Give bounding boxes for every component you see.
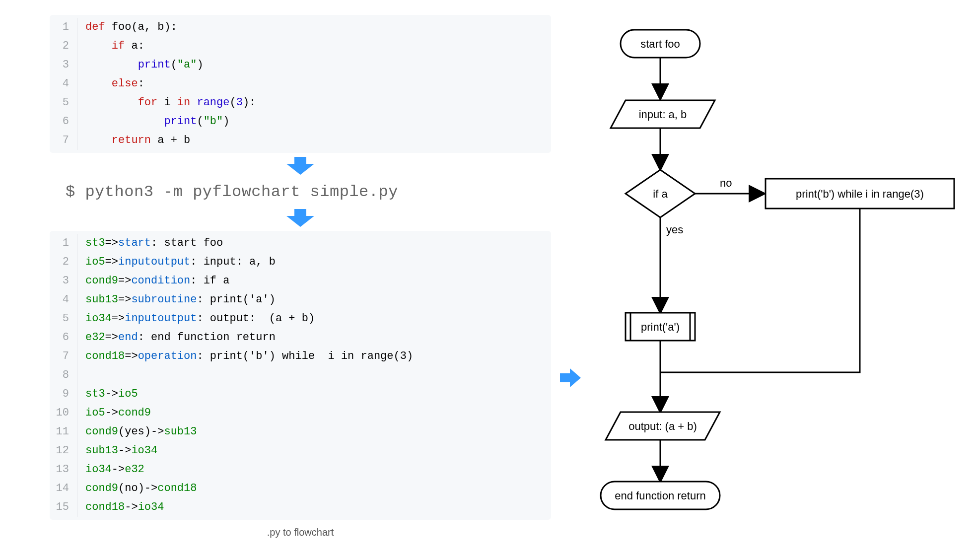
code-content: st3=>start: start foo: [77, 234, 223, 253]
code-line: 4 else:: [50, 74, 551, 93]
code-content: sub13->io34: [77, 441, 157, 460]
line-number: 4: [50, 290, 77, 309]
flowchart-diagram: start foo input: a, b if a no print('b')…: [571, 15, 968, 541]
code-content: e32=>end: end function return: [77, 328, 276, 347]
fc-input-label: input: a, b: [639, 108, 687, 121]
code-content: cond9(no)->cond18: [77, 479, 197, 498]
code-line: 7 return a + b: [50, 131, 551, 150]
fc-cond-label: if a: [653, 188, 668, 200]
code-line: 3 print("a"): [50, 56, 551, 74]
code-line: 3cond9=>condition: if a: [50, 272, 551, 290]
line-number: 13: [50, 460, 77, 479]
code-content: st3->io5: [77, 385, 138, 404]
svg-marker-0: [286, 157, 314, 175]
fc-start-label: start foo: [640, 38, 680, 50]
line-number: 10: [50, 404, 77, 422]
code-content: print("b"): [77, 112, 229, 131]
code-line: 13io34->e32: [50, 460, 551, 479]
code-line: 4sub13=>subroutine: print('a'): [50, 290, 551, 309]
line-number: 5: [50, 93, 77, 112]
line-number: 3: [50, 272, 77, 290]
code-content: return a + b: [77, 131, 190, 150]
code-line: 5io34=>inputoutput: output: (a + b): [50, 309, 551, 328]
code-line: 14cond9(no)->cond18: [50, 479, 551, 498]
code-content: cond9=>condition: if a: [77, 272, 229, 290]
fc-sub-label: print('a'): [641, 321, 680, 333]
line-number: 2: [50, 253, 77, 272]
code-line: 8: [50, 366, 551, 385]
line-number: 8: [50, 366, 77, 385]
code-content: cond9(yes)->sub13: [77, 422, 197, 441]
code-content: for i in range(3):: [77, 93, 256, 112]
line-number: 9: [50, 385, 77, 404]
line-number: 7: [50, 347, 77, 366]
line-number: 5: [50, 309, 77, 328]
fc-output-label: output: (a + b): [628, 420, 697, 432]
line-number: 15: [50, 498, 77, 517]
code-line: 2io5=>inputoutput: input: a, b: [50, 253, 551, 272]
caption: .py to flowchart: [50, 527, 551, 538]
line-number: 3: [50, 56, 77, 74]
code-line: 11cond9(yes)->sub13: [50, 422, 551, 441]
fc-loopop-label: print('b') while i in range(3): [796, 188, 924, 200]
source-code-block: 1def foo(a, b):2 if a:3 print("a")4 else…: [50, 15, 551, 153]
code-line: 9st3->io5: [50, 385, 551, 404]
code-content: io5=>inputoutput: input: a, b: [77, 253, 276, 272]
code-line: 2 if a:: [50, 37, 551, 56]
line-number: 1: [50, 18, 77, 37]
code-content: if a:: [77, 37, 144, 56]
code-line: 7cond18=>operation: print('b') while i i…: [50, 347, 551, 366]
code-content: cond18=>operation: print('b') while i in…: [77, 347, 413, 366]
line-number: 2: [50, 37, 77, 56]
line-number: 4: [50, 74, 77, 93]
line-number: 11: [50, 422, 77, 441]
code-line: 6e32=>end: end function return: [50, 328, 551, 347]
code-content: else:: [77, 74, 144, 93]
code-line: 15cond18->io34: [50, 498, 551, 517]
fc-yes-label: yes: [666, 223, 683, 236]
line-number: 1: [50, 234, 77, 253]
code-content: def foo(a, b):: [77, 18, 177, 37]
line-number: 6: [50, 328, 77, 347]
line-number: 14: [50, 479, 77, 498]
code-line: 6 print("b"): [50, 112, 551, 131]
fc-end-label: end function return: [615, 490, 705, 502]
code-content: cond18->io34: [77, 498, 164, 517]
arrow-down-icon: [286, 157, 314, 175]
svg-marker-1: [286, 209, 314, 227]
line-number: 7: [50, 131, 77, 150]
arrow-down-icon: [286, 209, 314, 227]
code-line: 1st3=>start: start foo: [50, 234, 551, 253]
code-content: sub13=>subroutine: print('a'): [77, 290, 276, 309]
line-number: 12: [50, 441, 77, 460]
fc-no-label: no: [720, 177, 732, 189]
code-content: io34->e32: [77, 460, 144, 479]
code-content: io34=>inputoutput: output: (a + b): [77, 309, 315, 328]
command-line: $ python3 -m pyflowchart simple.py: [50, 179, 551, 205]
line-number: 6: [50, 112, 77, 131]
code-content: print("a"): [77, 56, 204, 74]
dsl-output-block: 1st3=>start: start foo2io5=>inputoutput:…: [50, 231, 551, 520]
code-content: io5->cond9: [77, 404, 151, 422]
code-line: 12sub13->io34: [50, 441, 551, 460]
code-line: 5 for i in range(3):: [50, 93, 551, 112]
code-line: 10io5->cond9: [50, 404, 551, 422]
code-line: 1def foo(a, b):: [50, 18, 551, 37]
